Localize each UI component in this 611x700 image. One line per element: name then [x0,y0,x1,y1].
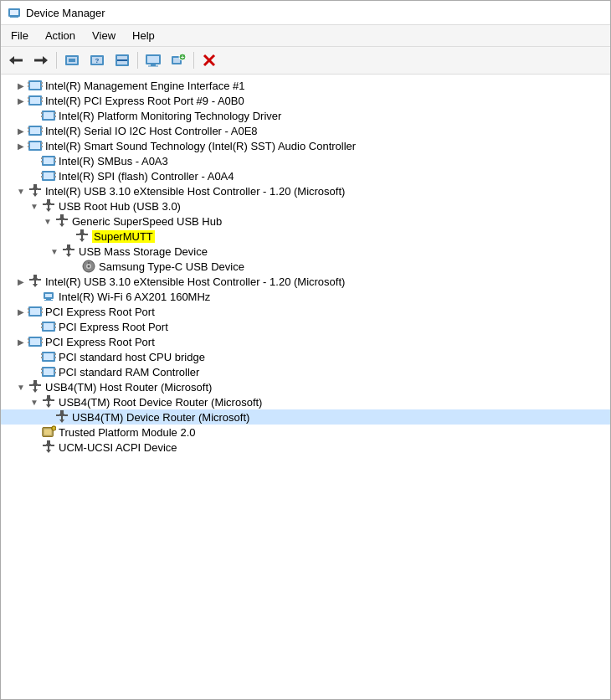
tree-item-generic-superspeed[interactable]: ▼ Generic SuperSpeed USB Hub [1,214,610,229]
expand-intel-pci-root[interactable]: ▶ [14,94,28,107]
expand-usb4-root-device[interactable]: ▼ [28,395,41,409]
svg-rect-120 [44,323,54,330]
label-generic-superspeed: Generic SuperSpeed USB Hub [72,215,222,228]
menu-action[interactable]: Action [39,27,82,44]
menu-help[interactable]: Help [126,27,162,44]
icon-usb4-root-device [41,395,56,409]
monitor-icon [145,53,162,68]
icon-intel-usb31 [28,184,43,198]
tree-item-intel-usb31[interactable]: ▼ Intel(R) USB 3.10 eXtensible Host Cont… [1,183,610,198]
svg-rect-49 [41,127,43,129]
add-device-button[interactable]: + [167,49,190,71]
tree-item-intel-wifi[interactable]: ▶ Intel(R) Wi-Fi 6 AX201 160MHz [1,289,610,304]
menu-file[interactable]: File [4,27,35,44]
device-tree[interactable]: ▶ Intel(R) Management Engine Interface #… [1,75,610,699]
svg-rect-10 [69,59,75,62]
svg-rect-68 [54,176,56,178]
svg-rect-122 [41,327,43,328]
svg-rect-55 [41,142,43,144]
tree-item-samsung-type-c[interactable]: ▶ Samsung Type-C USB Device [1,259,610,274]
update-driver-icon: ? [89,53,105,68]
svg-rect-44 [54,116,56,117]
svg-marker-90 [80,239,85,242]
expand-generic-superspeed[interactable]: ▼ [41,214,54,228]
tree-item-usb4-device[interactable]: ▶ USB4(TM) Device Router (Microsoft) [1,409,610,425]
expand-usb4-host[interactable]: ▼ [14,380,28,394]
label-intel-wifi: Intel(R) Wi-Fi 6 AX201 160MHz [59,291,210,303]
forward-icon [34,54,48,66]
label-usb4-device: USB4(TM) Device Router (Microsoft) [72,411,249,424]
tree-item-intel-pci-root[interactable]: ▶ Intel(R) PCI Express Root Port #9 - A0… [1,93,610,108]
tree-item-ucm-ucsi[interactable]: ▶ UCM-UCSI ACPI Device [1,440,610,455]
icon-supermutt [74,229,90,243]
properties-button[interactable] [60,49,84,71]
tree-item-pci-ram[interactable]: ▶ PCI standard RAM Controller [1,364,610,379]
expand-intel-sound[interactable]: ▶ [14,139,28,152]
tree-item-intel-spi[interactable]: ▶ Intel(R) SPI (flash) Controller - A0A4 [1,168,610,183]
svg-rect-159 [56,414,59,416]
tree-item-supermutt[interactable]: ▶ SuperMUTT [1,229,610,244]
tree-item-pci-root-1[interactable]: ▶ PCI Express Root Port [1,304,610,319]
tree-item-tpm[interactable]: ▶ ! Trusted Platform Module 2.0 [1,425,610,440]
expand-pci-root-3[interactable]: ▶ [14,335,28,348]
tree-item-pci-root-2[interactable]: ▶ PCI Express Root Port [1,319,610,334]
monitor-button[interactable] [141,49,165,71]
svg-rect-40 [44,112,54,119]
remove-icon [203,54,216,67]
remove-button[interactable] [198,49,221,71]
icon-intel-mgmt [28,79,43,92]
scan-button[interactable] [110,49,134,71]
update-driver-button[interactable]: ? [85,49,109,71]
tree-item-usb-root-hub[interactable]: ▼ USB Root Hub (USB 3.0) [1,198,610,214]
expand-pci-root-1[interactable]: ▶ [14,305,28,318]
back-button[interactable] [4,49,28,71]
tree-item-intel-platform[interactable]: ▶ Intel(R) Platform Monitoring Technolog… [1,108,610,123]
label-ucm-ucsi: UCM-UCSI ACPI Device [59,441,177,454]
tree-item-pci-cpu-bridge[interactable]: ▶ PCI standard host CPU bridge [1,349,610,364]
tree-item-intel-serial-io[interactable]: ▶ Intel(R) Serial IO I2C Host Controller… [1,123,610,138]
label-pci-cpu-bridge: PCI standard host CPU bridge [59,351,205,363]
tree-item-intel-usb31-2[interactable]: ▶ Intel(R) USB 3.10 eXtensible Host Cont… [1,274,610,289]
svg-rect-61 [54,157,56,159]
svg-rect-92 [85,234,88,235]
label-intel-spi: Intel(R) SPI (flash) Controller - A0A4 [59,170,234,183]
label-intel-usb31-2: Intel(R) USB 3.10 eXtensible Host Contro… [45,275,345,288]
expand-usb-mass[interactable]: ▼ [48,244,61,258]
svg-rect-62 [54,161,56,162]
svg-rect-123 [54,323,56,325]
svg-rect-66 [41,176,43,178]
svg-rect-128 [28,342,29,343]
tree-item-usb4-root-device[interactable]: ▼ USB4(TM) Root Device Router (Microsoft… [1,394,610,409]
device-manager-window: Device Manager File Action View Help [0,0,611,700]
menu-view[interactable]: View [85,27,122,44]
svg-rect-114 [30,308,40,315]
expand-intel-serial-io[interactable]: ▶ [14,124,28,137]
forward-button[interactable] [29,49,53,71]
svg-marker-72 [33,193,38,197]
expand-usb-root-hub[interactable]: ▼ [28,199,41,213]
properties-icon [64,53,80,68]
tree-item-intel-mgmt[interactable]: ▶ Intel(R) Management Engine Interface #… [1,78,610,93]
expand-intel-mgmt[interactable]: ▶ [14,79,28,92]
tree-item-intel-smbus[interactable]: ▶ Intel(R) SMBus - A0A3 [1,153,610,168]
icon-generic-superspeed [54,214,69,228]
svg-rect-133 [41,353,43,355]
tree-item-usb4-host[interactable]: ▼ USB4(TM) Host Router (Microsoft) [1,379,610,394]
svg-point-101 [88,265,90,268]
tree-item-pci-root-3[interactable]: ▶ PCI Express Root Port [1,334,610,349]
svg-rect-28 [30,82,40,89]
expand-intel-usb31[interactable]: ▼ [14,184,28,198]
svg-rect-74 [38,188,41,190]
label-usb-root-hub: USB Root Hub (USB 3.0) [59,200,181,213]
svg-rect-5 [13,59,23,62]
svg-rect-115 [28,308,29,310]
svg-rect-42 [41,116,43,117]
tree-item-usb-mass[interactable]: ▼ USB Mass Storage Device [1,244,610,259]
expand-intel-usb31-2[interactable]: ▶ [14,275,28,288]
svg-rect-111 [46,299,51,300]
svg-rect-160 [64,414,68,416]
svg-rect-76 [46,203,51,205]
svg-rect-118 [41,311,43,313]
tree-item-intel-sound[interactable]: ▶ Intel(R) Smart Sound Technology (Intel… [1,138,610,153]
icon-ucm-ucsi [41,440,56,454]
